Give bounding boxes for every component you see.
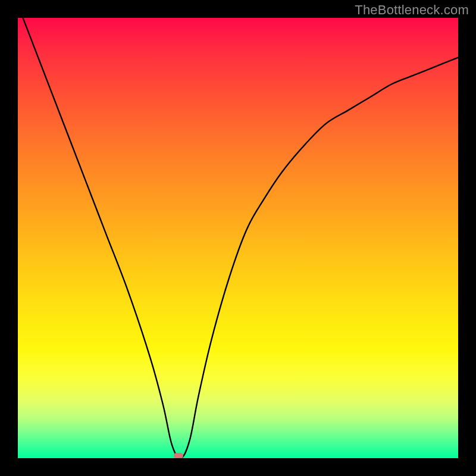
watermark-text: TheBottleneck.com (355, 2, 469, 18)
minimum-marker (174, 453, 183, 458)
plot-area (18, 18, 458, 458)
curve-layer (18, 18, 458, 458)
bottleneck-curve (18, 18, 458, 458)
